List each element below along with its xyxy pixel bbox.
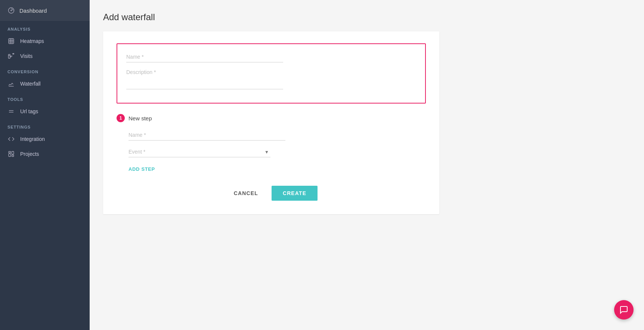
- form-card: 1 New step ▼ Event * ADD STEP CANCEL CRE…: [103, 31, 439, 214]
- cancel-button[interactable]: CANCEL: [225, 186, 267, 201]
- main-content: Add waterfall 1 New step ▼: [90, 0, 644, 330]
- event-select-wrapper: ▼ Event *: [129, 147, 270, 157]
- sidebar-item-visits[interactable]: Visits: [0, 49, 90, 64]
- step-name-input[interactable]: [129, 130, 285, 141]
- svg-rect-8: [9, 154, 10, 157]
- waterfall-icon: [7, 80, 15, 87]
- step-fields: ▼ Event *: [117, 130, 426, 157]
- highlighted-section: [117, 43, 426, 104]
- step-badge: 1: [117, 114, 125, 122]
- step-name-field-group: [129, 130, 426, 141]
- urltags-icon: [7, 108, 15, 115]
- heatmap-icon: [7, 37, 15, 45]
- svg-point-1: [11, 10, 12, 11]
- event-select[interactable]: [129, 147, 270, 157]
- svg-rect-9: [12, 151, 14, 154]
- svg-rect-10: [12, 155, 14, 157]
- description-field-group: [126, 67, 416, 89]
- waterfall-name-input[interactable]: [126, 52, 283, 62]
- create-button[interactable]: CREATE: [272, 186, 318, 201]
- sidebar-item-url-tags[interactable]: Url tags: [0, 104, 90, 119]
- new-step-header: 1 New step: [117, 114, 426, 122]
- integration-icon: [7, 135, 15, 143]
- projects-icon: [7, 150, 15, 158]
- integration-label: Integration: [20, 136, 45, 142]
- svg-rect-2: [9, 38, 14, 44]
- dashboard-label: Dashboard: [19, 7, 47, 14]
- section-conversion: CONVERSION: [0, 64, 90, 76]
- heatmaps-label: Heatmaps: [20, 38, 44, 44]
- visits-label: Visits: [20, 53, 32, 59]
- sidebar-item-heatmaps[interactable]: Heatmaps: [0, 34, 90, 49]
- waterfall-description-input[interactable]: [126, 67, 283, 89]
- section-analysis: ANALYSIS: [0, 21, 90, 34]
- chat-bubble-button[interactable]: [614, 300, 634, 320]
- new-step-label: New step: [129, 115, 152, 121]
- visits-icon: [7, 52, 15, 60]
- url-tags-label: Url tags: [20, 108, 38, 114]
- add-step-button[interactable]: ADD STEP: [129, 166, 155, 172]
- sidebar-item-waterfall[interactable]: Waterfall: [0, 76, 90, 91]
- sidebar: Dashboard ANALYSIS Heatmaps Visits CONVE…: [0, 0, 90, 330]
- sidebar-item-integration[interactable]: Integration: [0, 132, 90, 147]
- svg-rect-7: [9, 151, 10, 153]
- section-tools: TOOLS: [0, 91, 90, 104]
- sidebar-item-dashboard[interactable]: Dashboard: [0, 0, 90, 21]
- section-settings: SETTINGS: [0, 119, 90, 132]
- dashboard-icon: [7, 7, 15, 14]
- projects-label: Projects: [20, 151, 39, 157]
- sidebar-item-projects[interactable]: Projects: [0, 147, 90, 161]
- waterfall-label: Waterfall: [20, 81, 41, 87]
- page-title: Add waterfall: [103, 12, 631, 22]
- action-buttons: CANCEL CREATE: [117, 186, 426, 201]
- svg-rect-4: [13, 53, 14, 54]
- svg-rect-3: [9, 55, 10, 59]
- name-field-group: [126, 52, 416, 62]
